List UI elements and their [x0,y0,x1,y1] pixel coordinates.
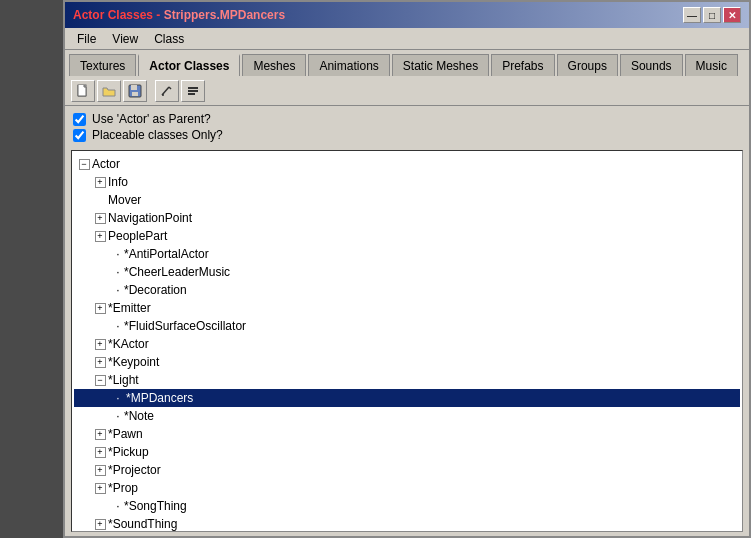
tree-container[interactable]: − Actor + Info Mover + NavigationPoint [71,150,743,532]
options-bar: Use 'Actor' as Parent? Placeable classes… [65,106,749,148]
tree-item-cheerleadermusic[interactable]: · *CheerLeaderMusic [74,263,740,281]
toolbar-save-button[interactable] [123,80,147,102]
expand-icon-keypoint[interactable]: + [92,354,108,370]
tree-item-mover[interactable]: Mover [74,191,740,209]
tree-item-info[interactable]: + Info [74,173,740,191]
expand-icon-prop[interactable]: + [92,480,108,496]
title-prefix: Actor Classes - [73,8,164,22]
svg-rect-7 [188,90,198,92]
expand-icon-mover [92,192,108,208]
tree-item-decoration[interactable]: · *Decoration [74,281,740,299]
tab-animations[interactable]: Animations [308,54,389,76]
placeable-only-label: Placeable classes Only? [92,128,223,142]
leaf-decoration: · [108,282,124,298]
leaf-fluidsurfaceoscillator: · [108,318,124,334]
toolbar-new-button[interactable] [71,80,95,102]
tree-item-soundthing[interactable]: + *SoundThing [74,515,740,532]
svg-rect-6 [188,87,198,89]
close-button[interactable]: ✕ [723,7,741,23]
use-actor-parent-label: Use 'Actor' as Parent? [92,112,211,126]
placeable-only-row: Placeable classes Only? [73,128,741,142]
use-actor-parent-row: Use 'Actor' as Parent? [73,112,741,126]
tree-item-note[interactable]: · *Note [74,407,740,425]
tab-textures[interactable]: Textures [69,54,136,76]
leaf-songthing: · [108,498,124,514]
bg-left [0,0,63,538]
maximize-button[interactable]: □ [703,7,721,23]
expand-icon-pawn[interactable]: + [92,426,108,442]
menu-class[interactable]: Class [146,30,192,48]
tab-actor-classes[interactable]: Actor Classes [138,54,240,76]
title-buttons: — □ ✕ [683,7,741,23]
use-actor-parent-checkbox[interactable] [73,113,86,126]
menu-file[interactable]: File [69,30,104,48]
placeable-only-checkbox[interactable] [73,129,86,142]
leaf-cheerleadermusic: · [108,264,124,280]
tree-item-prop[interactable]: + *Prop [74,479,740,497]
leaf-mpdancers: · [108,390,124,406]
tree-item-antiportalactor[interactable]: · *AntiPortalActor [74,245,740,263]
tree-item-pickup[interactable]: + *Pickup [74,443,740,461]
tree-item-pawn[interactable]: + *Pawn [74,425,740,443]
svg-rect-8 [188,93,195,95]
expand-icon-navigationpoint[interactable]: + [92,210,108,226]
toolbar [65,76,749,106]
tree-item-actor[interactable]: − Actor [74,155,740,173]
tab-meshes[interactable]: Meshes [242,54,306,76]
expand-icon-info[interactable]: + [92,174,108,190]
tree-item-songthing[interactable]: · *SongThing [74,497,740,515]
toolbar-properties-button[interactable] [181,80,205,102]
tree-item-navigationpoint[interactable]: + NavigationPoint [74,209,740,227]
tab-music[interactable]: Music [685,54,738,76]
tab-static-meshes[interactable]: Static Meshes [392,54,489,76]
svg-rect-3 [132,92,138,96]
expand-icon-peoplepart[interactable]: + [92,228,108,244]
tree-item-projector[interactable]: + *Projector [74,461,740,479]
minimize-button[interactable]: — [683,7,701,23]
tree-item-keypoint[interactable]: + *Keypoint [74,353,740,371]
expand-icon-actor[interactable]: − [76,156,92,172]
tree-item-fluidsurfaceoscillator[interactable]: · *FluidSurfaceOscillator [74,317,740,335]
tabs-bar: Textures Actor Classes Meshes Animations… [65,50,749,76]
leaf-note: · [108,408,124,424]
tree-item-light[interactable]: − *Light [74,371,740,389]
tree-item-kactor[interactable]: + *KActor [74,335,740,353]
title-bar: Actor Classes - Strippers.MPDancers — □ … [65,2,749,28]
title-highlight: Strippers.MPDancers [164,8,285,22]
toolbar-open-button[interactable] [97,80,121,102]
svg-line-4 [162,87,169,95]
main-window: Actor Classes - Strippers.MPDancers — □ … [63,0,751,538]
tab-prefabs[interactable]: Prefabs [491,54,554,76]
expand-icon-kactor[interactable]: + [92,336,108,352]
expand-icon-projector[interactable]: + [92,462,108,478]
tab-sounds[interactable]: Sounds [620,54,683,76]
expand-icon-emitter[interactable]: + [92,300,108,316]
tree-item-peoplepart[interactable]: + PeoplePart [74,227,740,245]
svg-rect-2 [131,85,137,90]
tab-groups[interactable]: Groups [557,54,618,76]
expand-icon-soundthing[interactable]: + [92,516,108,532]
tree-item-emitter[interactable]: + *Emitter [74,299,740,317]
menu-view[interactable]: View [104,30,146,48]
title-text: Actor Classes - Strippers.MPDancers [73,8,285,22]
tree-inner: − Actor + Info Mover + NavigationPoint [72,151,742,532]
expand-icon-light[interactable]: − [92,372,108,388]
toolbar-edit-button[interactable] [155,80,179,102]
expand-icon-pickup[interactable]: + [92,444,108,460]
tree-item-mpdancers[interactable]: · *MPDancers [74,389,740,407]
leaf-antiportalactor: · [108,246,124,262]
menu-bar: File View Class [65,28,749,50]
